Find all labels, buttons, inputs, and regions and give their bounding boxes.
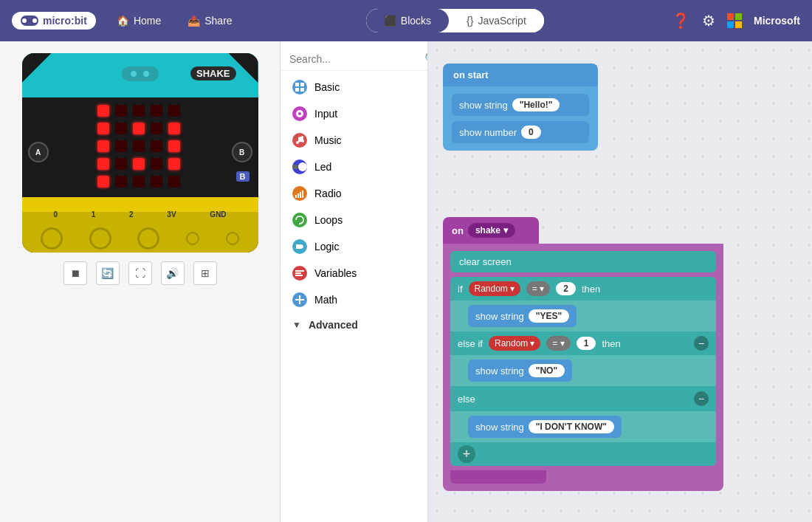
pin-area: 0 1 2 3V GND [22,197,258,253]
on-start-header: on start [443,63,598,86]
sidebar-item-variables[interactable]: Variables [281,260,427,286]
led-0-1 [115,105,127,117]
restart-button[interactable]: 🔄 [96,261,120,285]
random-dropdown-2[interactable]: Random ▾ [489,336,540,351]
led-2-4 [168,140,180,152]
microsoft-logo [727,13,742,28]
shake-label: SHAKE [190,66,236,80]
pin-strip [22,197,258,212]
show-string-idk[interactable]: show string "I DON'T KNOW" [468,416,622,438]
led-1-4 [168,123,180,134]
on-start-block: on start show string "Hello!" show numbe… [443,63,598,151]
show-number-block[interactable]: show number 0 [452,121,589,143]
expand-button[interactable]: ⊞ [193,261,217,285]
eq-chevron-icon-2: ▾ [560,338,565,348]
toolbox-panel: 🔍 Basic Input Music Led [281,41,428,522]
on-label: on [452,225,464,236]
settings-button[interactable]: ⚙ [702,12,715,30]
home-icon: 🏠 [117,15,129,27]
button-a[interactable]: A [28,142,49,162]
plus-button[interactable]: + [458,445,475,463]
ms-yellow [735,21,742,28]
led-4-2 [133,176,145,188]
if-body-1: show string "YES" [450,301,716,332]
sound-button[interactable]: 🔊 [161,261,185,285]
sidebar-item-radio[interactable]: Radio [281,180,427,207]
variables-label: Variables [314,267,357,279]
svg-rect-1 [300,83,304,86]
svg-rect-10 [295,195,297,198]
js-label: JavaScript [478,15,526,27]
microbit-logo-icon [21,16,38,26]
minus-btn-else[interactable]: − [694,391,709,406]
ms-green [735,13,742,20]
pin-circle-2 [137,227,159,250]
svg-point-6 [296,141,299,144]
radio-icon [292,186,307,201]
show-string-hello[interactable]: show string "Hello!" [452,94,589,116]
if-header: if Random ▾ = ▾ 2 then [450,277,716,301]
button-b[interactable]: B [232,142,252,162]
clear-screen-block[interactable]: clear screen [450,251,716,272]
led-2-0 [97,140,109,152]
tab-blocks[interactable]: ⬛ Blocks [366,9,449,32]
svg-rect-15 [295,272,301,274]
pin-label-3v: 3V [167,210,176,219]
sidebar-item-led[interactable]: Led [281,154,427,180]
random-chevron-icon-2: ▾ [530,338,534,348]
blocks-icon: ⬛ [384,15,396,27]
ms-red [727,13,734,20]
mode-tab-group: ⬛ Blocks {} JavaScript [366,9,544,32]
stop-button[interactable]: ⏹ [63,261,87,285]
svg-rect-11 [297,193,299,198]
eq-op-2[interactable]: = ▾ [546,336,570,351]
sidebar-item-basic[interactable]: Basic [281,74,427,100]
shake-event: shake [475,225,500,236]
minus-btn-2[interactable]: − [694,336,709,351]
help-button[interactable]: ❓ [672,12,690,30]
face-sensor [122,66,159,81]
basic-label: Basic [314,81,340,93]
tab-javascript[interactable]: {} JavaScript [449,9,544,32]
pin-circle-0 [41,227,63,250]
sidebar-item-loops[interactable]: Loops [281,207,427,233]
show-string-no[interactable]: show string "NO" [468,360,572,382]
share-button[interactable]: 📤 Share [182,12,238,30]
on-shake-footer [450,470,546,484]
sidebar-item-input[interactable]: Input [281,100,427,127]
logo[interactable]: micro:bit [12,12,96,30]
else-if-label: else if [458,338,483,349]
home-label: Home [134,15,161,27]
else-header: else − [450,386,716,411]
eq-label-1: = [532,284,537,294]
random-dropdown-1[interactable]: Random ▾ [469,281,520,296]
microsoft-label: Microsoft [754,15,800,27]
music-label: Music [314,134,342,146]
svg-rect-13 [302,190,303,198]
else-body: show string "I DON'T KNOW" [450,411,716,442]
then-label-2: then [602,338,620,349]
eq-op-1[interactable]: = ▾ [526,281,550,296]
led-1-2 [133,123,145,134]
sidebar-item-advanced[interactable]: ▼ Advanced [281,313,427,337]
pin-label-2: 2 [129,210,134,219]
show-string-yes[interactable]: show string "YES" [468,305,577,327]
show-string-label: show string [459,100,508,111]
svg-rect-16 [295,275,303,276]
random-chevron-icon-1: ▾ [510,284,515,294]
sidebar-item-math[interactable]: Math [281,286,427,313]
basic-icon [292,80,307,95]
sidebar-item-music[interactable]: Music [281,127,427,154]
on-shake-body: clear screen if Random ▾ = ▾ [443,244,723,491]
shake-dropdown[interactable]: shake ▾ [468,223,515,238]
button-b-label: B [239,148,244,157]
svg-rect-12 [300,192,301,198]
sidebar-item-logic[interactable]: Logic [281,233,427,260]
led-4-3 [151,176,162,188]
header: micro:bit 🏠 Home 📤 Share ⬛ Blocks {} Jav… [0,0,812,41]
search-input[interactable] [289,53,419,65]
random-label-2: Random [495,338,528,348]
button-a-label: A [35,148,41,157]
fullscreen-button[interactable]: ⛶ [128,261,152,285]
home-button[interactable]: 🏠 Home [111,12,167,30]
